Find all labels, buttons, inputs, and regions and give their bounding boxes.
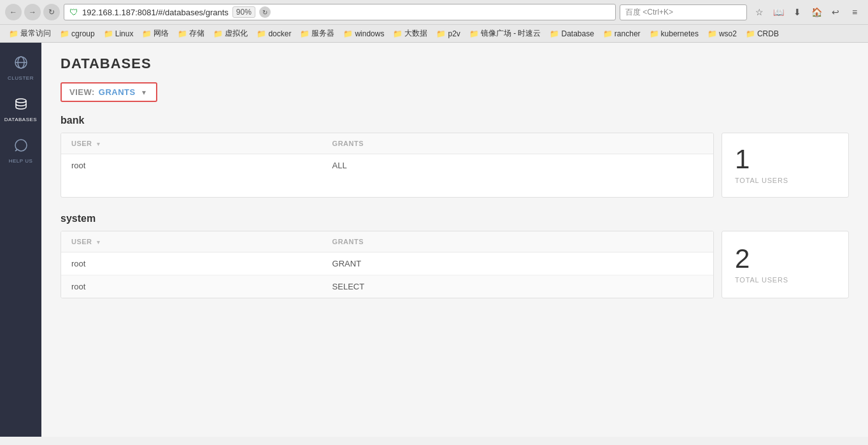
db-content-system: USER ▾ GRANTS root GRANT root SELECT	[60, 231, 849, 298]
folder-icon: 📁	[9, 29, 18, 38]
folder-icon: 📁	[650, 29, 659, 38]
col-user-header: USER ▾	[61, 133, 322, 154]
sidebar-item-databases[interactable]: DATABASES	[0, 91, 41, 129]
view-label: VIEW:	[69, 87, 95, 97]
history-back-button[interactable]: ↩	[827, 4, 844, 20]
cluster-icon	[14, 55, 28, 73]
folder-icon: 📁	[343, 29, 353, 38]
folder-icon: 📁	[550, 29, 559, 38]
back-button[interactable]: ←	[5, 4, 22, 20]
bookmark-database[interactable]: 📁 Database	[546, 28, 597, 40]
bookmark-cgroup[interactable]: 📁 cgroup	[56, 28, 99, 40]
stats-label-system: TOTAL USERS	[735, 276, 836, 284]
search-bar[interactable]: 百度 <Ctrl+K>	[620, 4, 747, 20]
helpus-label: HELP US	[9, 158, 33, 164]
sidebar: CLUSTER DATABASES HELP US	[0, 43, 41, 437]
folder-icon: 📁	[393, 29, 402, 38]
nav-buttons: ← → ↻	[5, 4, 60, 20]
folder-icon: 📁	[213, 29, 223, 38]
sidebar-item-cluster[interactable]: CLUSTER	[0, 49, 41, 87]
table-row: root ALL	[61, 154, 713, 177]
folder-icon: 📁	[104, 29, 113, 38]
read-mode-button[interactable]: 📖	[770, 4, 786, 20]
menu-button[interactable]: ≡	[846, 4, 863, 20]
folder-icon: 📁	[603, 29, 613, 38]
stats-card-bank: 1 TOTAL USERS	[722, 133, 849, 198]
bookmark-network[interactable]: 📁 网络	[138, 27, 173, 40]
reload-button[interactable]: ↻	[43, 4, 60, 20]
bookmark-windows[interactable]: 📁 windows	[339, 28, 388, 40]
db-content-bank: USER ▾ GRANTS root ALL 1 TOTAL USERS	[60, 133, 849, 198]
folder-icon: 📁	[60, 29, 69, 38]
search-placeholder: 百度 <Ctrl+K>	[625, 7, 673, 18]
table-row: root GRANT	[61, 252, 713, 275]
bookmark-wso2[interactable]: 📁 wso2	[704, 28, 741, 40]
databases-icon	[14, 97, 28, 114]
svg-point-3	[16, 99, 26, 103]
stats-number-bank: 1	[735, 146, 836, 173]
home-button[interactable]: 🏠	[808, 4, 825, 20]
bookmark-mirror[interactable]: 📁 镜像广场 - 时速云	[466, 27, 545, 40]
folder-icon: 📁	[746, 29, 755, 38]
address-bar[interactable]: 🛡 192.168.1.187:8081/#/databases/grants …	[64, 4, 616, 20]
bookmark-bigdata[interactable]: 📁 大数据	[389, 27, 431, 40]
bookmark-linux[interactable]: 📁 Linux	[100, 28, 138, 40]
view-dropdown-button[interactable]: ▾	[139, 88, 148, 97]
folder-icon: 📁	[142, 29, 152, 38]
url-text: 192.168.1.187:8081/#/databases/grants	[82, 8, 229, 17]
app-container: CLUSTER DATABASES HELP US DATABASES	[0, 43, 868, 437]
cell-grants: ALL	[322, 154, 713, 177]
folder-icon: 📁	[708, 29, 717, 38]
database-name-bank: bank	[60, 115, 849, 126]
bookmark-p2v[interactable]: 📁 p2v	[432, 28, 464, 40]
bookmark-server[interactable]: 📁 服务器	[296, 27, 338, 40]
sort-icon-system: ▾	[97, 239, 101, 245]
browser-chrome: ← → ↻ 🛡 192.168.1.187:8081/#/databases/g…	[0, 0, 868, 43]
download-button[interactable]: ⬇	[789, 4, 806, 20]
main-content: DATABASES VIEW: GRANTS ▾ bank USER ▾ GRA…	[41, 43, 868, 437]
sort-icon: ▾	[97, 141, 101, 147]
browser-toolbar: ← → ↻ 🛡 192.168.1.187:8081/#/databases/g…	[0, 0, 868, 24]
bookmark-crdb[interactable]: 📁 CRDB	[742, 28, 783, 40]
databases-label: DATABASES	[4, 117, 37, 122]
cluster-label: CLUSTER	[8, 75, 34, 81]
bookmark-rancher[interactable]: 📁 rancher	[599, 28, 644, 40]
stats-label-bank: TOTAL USERS	[735, 177, 836, 184]
cell-user-system-1: root	[61, 275, 322, 298]
stats-card-system: 2 TOTAL USERS	[722, 231, 849, 298]
col-grants-header-system: GRANTS	[322, 231, 713, 252]
database-name-system: system	[60, 213, 849, 224]
table-row: root SELECT	[61, 275, 713, 298]
folder-icon: 📁	[257, 29, 266, 38]
view-selector[interactable]: VIEW: GRANTS ▾	[60, 82, 157, 102]
bookmark-docker[interactable]: 📁 docker	[253, 28, 295, 40]
bookmark-frequent[interactable]: 📁 最常访问	[5, 27, 55, 40]
page-title: DATABASES	[60, 55, 849, 72]
folder-icon: 📁	[178, 29, 187, 38]
cell-grants-system-0: GRANT	[322, 252, 713, 275]
refresh-icon[interactable]: ↻	[259, 6, 271, 18]
cell-grants-system-1: SELECT	[322, 275, 713, 298]
bookmark-virt[interactable]: 📁 虚拟化	[210, 27, 252, 40]
folder-icon: 📁	[436, 29, 446, 38]
col-grants-header: GRANTS	[322, 133, 713, 154]
bookmark-kubernetes[interactable]: 📁 kubernetes	[646, 28, 702, 40]
table-header-bank: USER ▾ GRANTS	[61, 133, 713, 154]
col-user-header-system: USER ▾	[61, 231, 322, 252]
sidebar-item-helpus[interactable]: HELP US	[0, 132, 41, 170]
grants-table-bank: USER ▾ GRANTS root ALL	[60, 133, 714, 198]
table-header-system: USER ▾ GRANTS	[61, 231, 713, 252]
zoom-badge: 90%	[232, 6, 255, 18]
database-section-bank: bank USER ▾ GRANTS root ALL	[60, 115, 849, 198]
cell-user-system-0: root	[61, 252, 322, 275]
helpus-icon	[14, 138, 28, 156]
folder-icon: 📁	[469, 29, 479, 38]
bookmark-star-button[interactable]: ☆	[751, 4, 767, 20]
view-value: GRANTS	[99, 87, 136, 97]
bookmark-storage[interactable]: 📁 存储	[174, 27, 208, 40]
shield-icon: 🛡	[69, 7, 78, 17]
database-section-system: system USER ▾ GRANTS root GRANT	[60, 213, 849, 298]
browser-actions: ☆ 📖 ⬇ 🏠 ↩ ≡	[751, 4, 863, 20]
stats-number-system: 2	[735, 245, 836, 272]
forward-button[interactable]: →	[24, 4, 41, 20]
